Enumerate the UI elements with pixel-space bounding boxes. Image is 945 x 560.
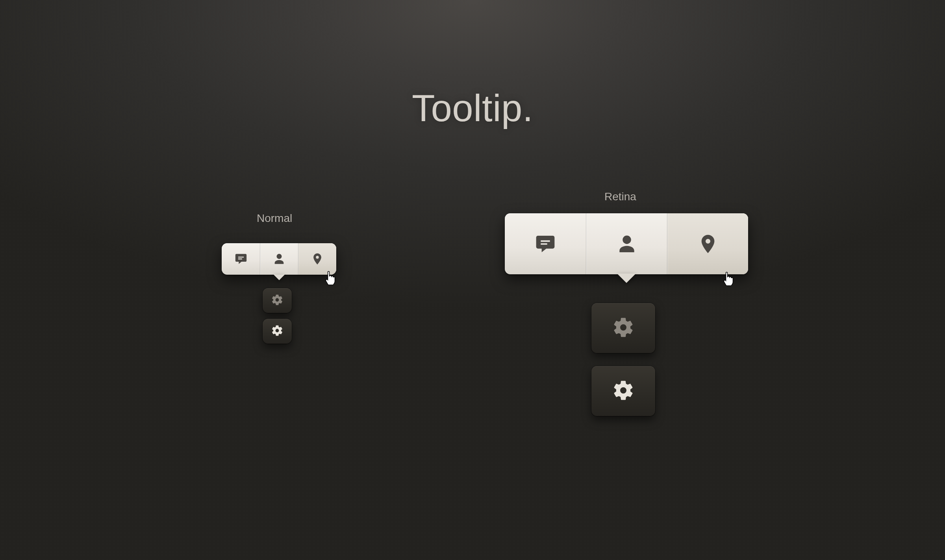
tooltip-action-comment[interactable]	[222, 243, 260, 275]
settings-button-retina[interactable]	[591, 366, 655, 416]
page-title: Tooltip.	[412, 87, 533, 130]
user-icon	[272, 252, 286, 266]
settings-button-normal[interactable]	[263, 319, 292, 344]
tooltip-action-location[interactable]	[298, 243, 336, 275]
tooltip-action-location[interactable]	[667, 213, 748, 274]
settings-button-retina-pressed[interactable]	[591, 303, 655, 353]
location-icon	[311, 252, 324, 266]
gear-icon	[612, 316, 635, 340]
tooltip-normal[interactable]	[222, 243, 336, 275]
location-icon	[697, 233, 719, 255]
tooltip-action-user[interactable]	[260, 243, 298, 275]
user-icon	[616, 233, 638, 255]
gear-icon	[612, 379, 635, 403]
tooltip-action-user[interactable]	[586, 213, 667, 274]
comment-icon	[234, 252, 248, 266]
comment-icon	[534, 233, 556, 255]
tooltip-action-comment[interactable]	[505, 213, 586, 274]
normal-label: Normal	[257, 212, 292, 225]
retina-label: Retina	[604, 190, 636, 203]
tooltip-retina[interactable]	[505, 213, 748, 274]
gear-icon	[271, 294, 284, 308]
gear-icon	[271, 324, 284, 338]
settings-button-normal-pressed[interactable]	[263, 288, 292, 313]
